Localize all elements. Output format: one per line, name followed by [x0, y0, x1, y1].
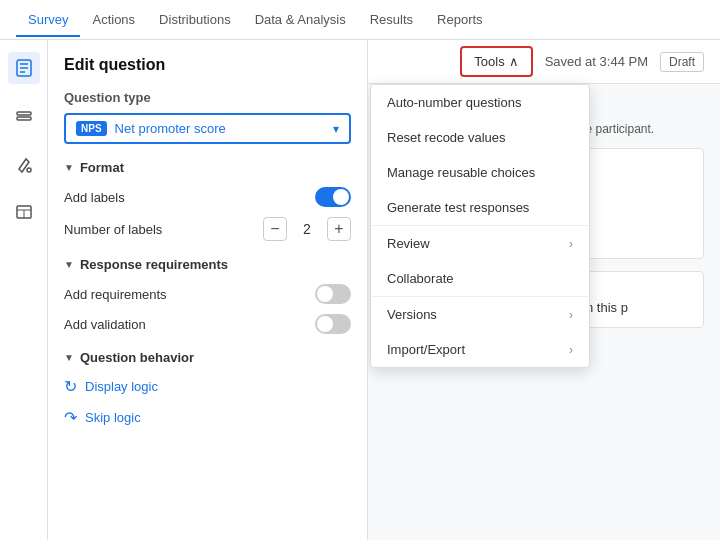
nav-tab-results[interactable]: Results [358, 4, 425, 37]
question-behavior-header[interactable]: ▼ Question behavior [64, 350, 351, 365]
main-layout: Edit question Question type NPS Net prom… [0, 40, 720, 540]
dropdown-item-import-export[interactable]: Import/Export› [371, 332, 589, 367]
svg-rect-5 [17, 117, 31, 120]
question-behavior-section: ▼ Question behavior ↻ Display logic ↷ Sk… [64, 350, 351, 427]
dropdown-item-label: Manage reusable choices [387, 165, 535, 180]
nav-tab-distributions[interactable]: Distributions [147, 4, 243, 37]
skip-logic-icon: ↷ [64, 408, 77, 427]
stepper-value: 2 [297, 221, 317, 237]
tools-dropdown-menu: Auto-number questionsReset recode values… [370, 84, 590, 368]
dropdown-item-label: Collaborate [387, 271, 454, 286]
nav-tab-data-analysis[interactable]: Data & Analysis [243, 4, 358, 37]
nps-badge: NPS [76, 121, 107, 136]
add-requirements-toggle[interactable] [315, 284, 351, 304]
triangle-icon: ▼ [64, 162, 74, 173]
top-navigation: SurveyActionsDistributionsData & Analysi… [0, 0, 720, 40]
response-requirements-header[interactable]: ▼ Response requirements [64, 257, 351, 272]
skip-logic-label: Skip logic [85, 410, 141, 425]
right-panel: Tools ∧ Saved at 3:44 PM Draft Block you… [368, 40, 720, 540]
dropdown-item-label: Auto-number questions [387, 95, 521, 110]
labels-stepper: − 2 + [263, 217, 351, 241]
sidebar [0, 40, 48, 540]
dropdown-item-review[interactable]: Review› [371, 226, 589, 261]
svg-point-6 [27, 168, 31, 172]
add-requirements-row: Add requirements [64, 284, 351, 304]
question-type-value: Net promoter score [115, 121, 333, 136]
triangle-icon-3: ▼ [64, 352, 74, 363]
right-toolbar: Tools ∧ Saved at 3:44 PM Draft [368, 40, 720, 84]
display-logic-label: Display logic [85, 379, 158, 394]
tools-button[interactable]: Tools ∧ [460, 46, 532, 77]
nav-tab-reports[interactable]: Reports [425, 4, 495, 37]
add-labels-toggle[interactable] [315, 187, 351, 207]
display-logic-icon: ↻ [64, 377, 77, 396]
triangle-icon-2: ▼ [64, 259, 74, 270]
display-logic-link[interactable]: ↻ Display logic [64, 377, 351, 396]
left-panel: Edit question Question type NPS Net prom… [48, 40, 368, 540]
nav-tab-actions[interactable]: Actions [80, 4, 147, 37]
toggle-knob [333, 189, 349, 205]
add-validation-toggle[interactable] [315, 314, 351, 334]
skip-logic-link[interactable]: ↷ Skip logic [64, 408, 351, 427]
dropdown-item-generate-test[interactable]: Generate test responses [371, 190, 589, 225]
dropdown-item-label: Reset recode values [387, 130, 506, 145]
add-validation-label: Add validation [64, 317, 146, 332]
dropdown-item-label: Import/Export [387, 342, 465, 357]
chevron-down-icon: ▾ [333, 122, 339, 136]
submenu-arrow-icon: › [569, 308, 573, 322]
number-of-labels-row: Number of labels − 2 + [64, 217, 351, 241]
dropdown-item-label: Review [387, 236, 430, 251]
toggle-knob-2 [317, 286, 333, 302]
add-requirements-label: Add requirements [64, 287, 167, 302]
tools-chevron-icon: ∧ [509, 54, 519, 69]
add-labels-label: Add labels [64, 190, 125, 205]
format-section: ▼ Format Add labels Number of labels − 2… [64, 160, 351, 241]
dropdown-item-auto-number[interactable]: Auto-number questions [371, 85, 589, 120]
dropdown-item-versions[interactable]: Versions› [371, 297, 589, 332]
increment-button[interactable]: + [327, 217, 351, 241]
response-requirements-section: ▼ Response requirements Add requirements… [64, 257, 351, 334]
saved-text: Saved at 3:44 PM [545, 54, 648, 69]
sidebar-icon-layers[interactable] [8, 100, 40, 132]
sidebar-icon-table[interactable] [8, 196, 40, 228]
dropdown-item-label: Versions [387, 307, 437, 322]
dropdown-item-manage-reusable[interactable]: Manage reusable choices [371, 155, 589, 190]
toggle-knob-3 [317, 316, 333, 332]
question-behavior-title: Question behavior [80, 350, 194, 365]
add-labels-row: Add labels [64, 187, 351, 207]
submenu-arrow-icon: › [569, 343, 573, 357]
panel-title: Edit question [64, 56, 351, 74]
decrement-button[interactable]: − [263, 217, 287, 241]
svg-rect-4 [17, 112, 31, 115]
response-requirements-title: Response requirements [80, 257, 228, 272]
dropdown-item-label: Generate test responses [387, 200, 529, 215]
sidebar-icon-paint[interactable] [8, 148, 40, 180]
format-title: Format [80, 160, 124, 175]
submenu-arrow-icon: › [569, 237, 573, 251]
sidebar-icon-survey[interactable] [8, 52, 40, 84]
draft-badge: Draft [660, 52, 704, 72]
number-of-labels-label: Number of labels [64, 222, 162, 237]
dropdown-item-collaborate[interactable]: Collaborate [371, 261, 589, 296]
dropdown-item-reset-recode[interactable]: Reset recode values [371, 120, 589, 155]
tools-label: Tools [474, 54, 504, 69]
question-type-label: Question type [64, 90, 351, 105]
question-type-dropdown[interactable]: NPS Net promoter score ▾ [64, 113, 351, 144]
add-validation-row: Add validation [64, 314, 351, 334]
nav-tab-survey[interactable]: Survey [16, 4, 80, 37]
format-header[interactable]: ▼ Format [64, 160, 351, 175]
